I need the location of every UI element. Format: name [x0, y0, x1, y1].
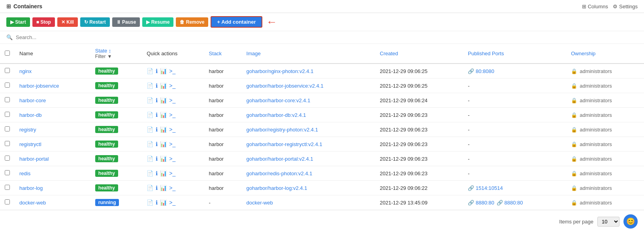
container-name-link[interactable]: registryctl: [19, 141, 41, 147]
logs-icon[interactable]: 📄: [147, 82, 153, 89]
pause-button[interactable]: ⏸ Pause: [112, 17, 140, 27]
items-per-page-select[interactable]: 102550100: [597, 217, 620, 227]
search-input[interactable]: [16, 34, 638, 40]
console-icon[interactable]: >_: [169, 199, 175, 206]
port-link[interactable]: 🔗 8880:80: [497, 200, 523, 206]
stats-icon[interactable]: 📊: [160, 199, 167, 206]
container-name-link[interactable]: docker-web: [19, 200, 46, 206]
stop-button[interactable]: ■ Stop: [32, 17, 55, 27]
image-link[interactable]: goharbor/harbor-jobservice:v2.4.1: [247, 83, 324, 89]
container-name-link[interactable]: redis: [19, 171, 30, 176]
quick-actions: 📄 ℹ 📊 >_: [147, 112, 199, 118]
stats-icon[interactable]: 📊: [160, 112, 167, 118]
info-icon[interactable]: ℹ: [156, 82, 158, 89]
row-checkbox[interactable]: [5, 156, 10, 161]
console-icon[interactable]: >_: [169, 68, 175, 74]
gear-icon: ⚙: [613, 4, 618, 9]
logs-icon[interactable]: 📄: [147, 156, 153, 162]
console-icon[interactable]: >_: [169, 141, 175, 147]
container-name-link[interactable]: harbor-db: [19, 112, 41, 118]
filter-icon: ▼: [107, 54, 112, 59]
row-checkbox[interactable]: [5, 185, 10, 190]
console-icon[interactable]: >_: [169, 170, 175, 176]
info-icon[interactable]: ℹ: [156, 141, 158, 147]
ownership-cell: 🔒 administrators: [571, 156, 639, 162]
logs-icon[interactable]: 📄: [147, 185, 153, 191]
image-link[interactable]: goharbor/harbor-log:v2.4.1: [247, 185, 307, 191]
restart-button[interactable]: ↻ Restart: [80, 17, 110, 27]
image-link[interactable]: goharbor/harbor-portal:v2.4.1: [247, 156, 313, 162]
row-checkbox[interactable]: [5, 170, 10, 175]
state-filter[interactable]: Filter ▼: [95, 54, 137, 59]
container-name-link[interactable]: harbor-log: [19, 185, 43, 191]
container-name-link[interactable]: harbor-core: [19, 98, 46, 103]
logs-icon[interactable]: 📄: [147, 68, 153, 74]
columns-link[interactable]: ⊞ Columns: [582, 4, 608, 9]
settings-link[interactable]: ⚙ Settings: [613, 4, 638, 9]
th-state: State ↕ Filter ▼: [90, 44, 142, 64]
row-checkbox[interactable]: [5, 68, 10, 73]
port-link[interactable]: 🔗 1514:10514: [468, 185, 503, 191]
console-icon[interactable]: >_: [169, 112, 175, 118]
logs-icon[interactable]: 📄: [147, 141, 153, 147]
image-link[interactable]: goharbor/nginx-photon:v2.4.1: [247, 68, 314, 74]
row-checkbox[interactable]: [5, 126, 10, 131]
image-link[interactable]: goharbor/harbor-registryctl:v2.4.1: [247, 141, 322, 147]
info-icon[interactable]: ℹ: [156, 199, 158, 206]
console-icon[interactable]: >_: [169, 156, 175, 162]
ownership-cell: 🔒 administrators: [571, 141, 639, 147]
port-link[interactable]: 🔗 80:8080: [468, 68, 494, 74]
state-badge: healthy: [95, 126, 118, 133]
container-name-link[interactable]: registry: [19, 127, 36, 133]
console-icon[interactable]: >_: [169, 185, 175, 191]
container-name-link[interactable]: harbor-jobservice: [19, 83, 59, 89]
image-link[interactable]: docker-web: [247, 200, 273, 206]
resume-button[interactable]: ▶ Resume: [142, 17, 173, 27]
image-link[interactable]: goharbor/harbor-db:v2.4.1: [247, 112, 306, 118]
info-icon[interactable]: ℹ: [156, 112, 158, 118]
stats-icon[interactable]: 📊: [160, 141, 167, 147]
stats-icon[interactable]: 📊: [160, 97, 167, 103]
stats-icon[interactable]: 📊: [160, 185, 167, 191]
row-checkbox[interactable]: [5, 141, 10, 146]
stats-icon[interactable]: 📊: [160, 82, 167, 89]
published-ports: -: [463, 122, 566, 137]
logs-icon[interactable]: 📄: [147, 199, 153, 206]
info-icon[interactable]: ℹ: [156, 156, 158, 162]
row-checkbox[interactable]: [5, 82, 10, 88]
container-name-link[interactable]: harbor-portal: [19, 156, 49, 162]
logs-icon[interactable]: 📄: [147, 112, 153, 118]
console-icon[interactable]: >_: [169, 82, 175, 89]
select-all-checkbox[interactable]: [5, 51, 10, 56]
logs-icon[interactable]: 📄: [147, 97, 153, 103]
port-link[interactable]: 🔗 8880:80: [468, 200, 494, 206]
row-checkbox[interactable]: [5, 199, 10, 204]
image-link[interactable]: goharbor/redis-photon:v2.4.1: [247, 171, 313, 176]
logs-icon[interactable]: 📄: [147, 170, 153, 176]
console-icon[interactable]: >_: [169, 126, 175, 133]
ownership-icon: 🔒: [571, 98, 577, 103]
stack-value: harbor: [209, 68, 224, 74]
kill-button[interactable]: ✕ Kill: [57, 17, 78, 27]
info-icon[interactable]: ℹ: [156, 170, 158, 176]
image-link[interactable]: goharbor/harbor-core:v2.4.1: [247, 98, 311, 103]
start-button[interactable]: ▶ Start: [6, 17, 30, 27]
row-checkbox[interactable]: [5, 97, 10, 102]
info-icon[interactable]: ℹ: [156, 68, 158, 74]
search-icon: 🔍: [6, 34, 13, 40]
container-name-link[interactable]: nginx: [19, 68, 32, 74]
info-icon[interactable]: ℹ: [156, 185, 158, 191]
stats-icon[interactable]: 📊: [160, 156, 167, 162]
logs-icon[interactable]: 📄: [147, 126, 153, 133]
remove-button[interactable]: 🗑 Remove: [176, 17, 208, 27]
console-icon[interactable]: >_: [169, 97, 175, 103]
row-checkbox[interactable]: [5, 112, 10, 117]
stats-icon[interactable]: 📊: [160, 170, 167, 176]
info-icon[interactable]: ℹ: [156, 97, 158, 103]
stats-icon[interactable]: 📊: [160, 126, 167, 133]
add-container-button[interactable]: + Add container: [211, 16, 262, 28]
stats-icon[interactable]: 📊: [160, 68, 167, 74]
created-date: 2021-12-29 09:06:23: [375, 137, 463, 152]
info-icon[interactable]: ℹ: [156, 126, 158, 133]
image-link[interactable]: goharbor/registry-photon:v2.4.1: [247, 127, 318, 133]
